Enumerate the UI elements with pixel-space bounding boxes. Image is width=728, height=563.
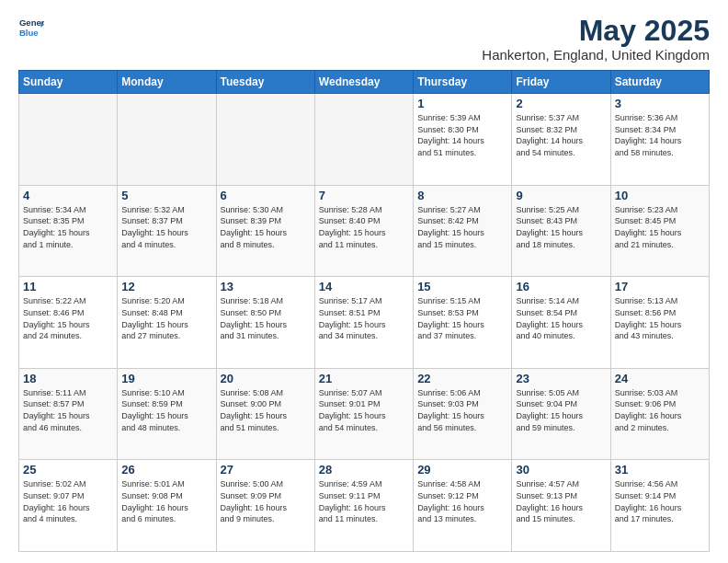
day-number: 10 [615, 189, 705, 202]
calendar-cell: 21Sunrise: 5:07 AM Sunset: 9:01 PM Dayli… [314, 368, 413, 460]
day-info: Sunrise: 5:07 AM Sunset: 9:01 PM Dayligh… [319, 387, 409, 433]
logo: General Blue [18, 15, 44, 40]
day-number: 23 [516, 372, 606, 385]
day-number: 6 [221, 189, 311, 202]
calendar-week-row: 25Sunrise: 5:02 AM Sunset: 9:07 PM Dayli… [19, 460, 710, 552]
day-info: Sunrise: 5:22 AM Sunset: 8:46 PM Dayligh… [23, 295, 113, 341]
day-info: Sunrise: 4:56 AM Sunset: 9:14 PM Dayligh… [615, 478, 705, 524]
title-section: May 2025 Hankerton, England, United King… [482, 15, 710, 63]
svg-text:General: General [19, 17, 44, 28]
logo-icon: General Blue [18, 15, 44, 40]
day-number: 3 [615, 97, 705, 110]
calendar-cell: 27Sunrise: 5:00 AM Sunset: 9:09 PM Dayli… [216, 460, 314, 552]
main-title: May 2025 [482, 15, 710, 47]
day-info: Sunrise: 4:57 AM Sunset: 9:13 PM Dayligh… [516, 478, 606, 524]
day-info: Sunrise: 5:13 AM Sunset: 8:56 PM Dayligh… [615, 295, 705, 341]
calendar-header-row: SundayMondayTuesdayWednesdayThursdayFrid… [19, 71, 710, 94]
calendar-header-tuesday: Tuesday [216, 71, 314, 94]
day-info: Sunrise: 5:28 AM Sunset: 8:40 PM Dayligh… [319, 204, 409, 250]
day-number: 29 [417, 463, 507, 477]
day-info: Sunrise: 5:39 AM Sunset: 8:30 PM Dayligh… [417, 112, 507, 158]
day-info: Sunrise: 4:58 AM Sunset: 9:12 PM Dayligh… [417, 478, 507, 524]
day-info: Sunrise: 5:30 AM Sunset: 8:39 PM Dayligh… [221, 204, 311, 250]
day-info: Sunrise: 5:36 AM Sunset: 8:34 PM Dayligh… [615, 112, 705, 158]
calendar-cell: 5Sunrise: 5:32 AM Sunset: 8:37 PM Daylig… [118, 185, 216, 277]
calendar-cell: 30Sunrise: 4:57 AM Sunset: 9:13 PM Dayli… [512, 460, 610, 552]
day-number: 7 [319, 189, 409, 202]
day-number: 21 [319, 372, 409, 385]
day-number: 30 [516, 463, 606, 477]
calendar-header-wednesday: Wednesday [314, 71, 413, 94]
calendar-cell: 11Sunrise: 5:22 AM Sunset: 8:46 PM Dayli… [19, 277, 118, 369]
day-info: Sunrise: 5:18 AM Sunset: 8:50 PM Dayligh… [221, 295, 311, 341]
calendar-cell: 25Sunrise: 5:02 AM Sunset: 9:07 PM Dayli… [19, 460, 118, 552]
calendar-header-thursday: Thursday [414, 71, 512, 94]
day-number: 22 [417, 372, 507, 385]
day-number: 17 [615, 280, 705, 293]
calendar-table: SundayMondayTuesdayWednesdayThursdayFrid… [18, 70, 710, 552]
day-number: 20 [221, 372, 311, 385]
calendar-cell: 20Sunrise: 5:08 AM Sunset: 9:00 PM Dayli… [216, 368, 314, 460]
day-number: 27 [221, 463, 311, 477]
calendar-cell [314, 94, 413, 186]
day-info: Sunrise: 5:20 AM Sunset: 8:48 PM Dayligh… [121, 295, 211, 341]
calendar-cell: 29Sunrise: 4:58 AM Sunset: 9:12 PM Dayli… [414, 460, 512, 552]
calendar-cell: 13Sunrise: 5:18 AM Sunset: 8:50 PM Dayli… [216, 277, 314, 369]
calendar-cell: 18Sunrise: 5:11 AM Sunset: 8:57 PM Dayli… [19, 368, 118, 460]
day-number: 18 [23, 372, 113, 385]
calendar-week-row: 4Sunrise: 5:34 AM Sunset: 8:35 PM Daylig… [19, 185, 710, 277]
calendar-header-sunday: Sunday [19, 71, 118, 94]
day-number: 14 [319, 280, 409, 293]
day-number: 1 [417, 97, 507, 110]
day-info: Sunrise: 5:15 AM Sunset: 8:53 PM Dayligh… [417, 295, 507, 341]
calendar-cell: 28Sunrise: 4:59 AM Sunset: 9:11 PM Dayli… [314, 460, 413, 552]
header: General Blue May 2025 Hankerton, England… [18, 15, 710, 63]
day-info: Sunrise: 5:17 AM Sunset: 8:51 PM Dayligh… [319, 295, 409, 341]
day-number: 5 [121, 189, 211, 202]
calendar-cell: 31Sunrise: 4:56 AM Sunset: 9:14 PM Dayli… [610, 460, 709, 552]
calendar-cell: 1Sunrise: 5:39 AM Sunset: 8:30 PM Daylig… [414, 94, 512, 186]
day-info: Sunrise: 5:08 AM Sunset: 9:00 PM Dayligh… [221, 387, 311, 433]
day-number: 15 [417, 280, 507, 293]
subtitle: Hankerton, England, United Kingdom [482, 47, 710, 63]
day-info: Sunrise: 5:14 AM Sunset: 8:54 PM Dayligh… [516, 295, 606, 341]
day-number: 31 [615, 463, 705, 477]
calendar-cell: 17Sunrise: 5:13 AM Sunset: 8:56 PM Dayli… [610, 277, 709, 369]
day-info: Sunrise: 5:25 AM Sunset: 8:43 PM Dayligh… [516, 204, 606, 250]
day-number: 13 [221, 280, 311, 293]
day-info: Sunrise: 5:37 AM Sunset: 8:32 PM Dayligh… [516, 112, 606, 158]
calendar-cell: 7Sunrise: 5:28 AM Sunset: 8:40 PM Daylig… [314, 185, 413, 277]
calendar-cell: 22Sunrise: 5:06 AM Sunset: 9:03 PM Dayli… [414, 368, 512, 460]
calendar-cell: 16Sunrise: 5:14 AM Sunset: 8:54 PM Dayli… [512, 277, 610, 369]
day-number: 11 [23, 280, 113, 293]
day-info: Sunrise: 4:59 AM Sunset: 9:11 PM Dayligh… [319, 478, 409, 524]
calendar-cell [216, 94, 314, 186]
day-info: Sunrise: 5:11 AM Sunset: 8:57 PM Dayligh… [23, 387, 113, 433]
calendar-week-row: 11Sunrise: 5:22 AM Sunset: 8:46 PM Dayli… [19, 277, 710, 369]
day-number: 2 [516, 97, 606, 110]
day-info: Sunrise: 5:02 AM Sunset: 9:07 PM Dayligh… [23, 478, 113, 524]
day-info: Sunrise: 5:32 AM Sunset: 8:37 PM Dayligh… [121, 204, 211, 250]
calendar-cell [19, 94, 118, 186]
day-info: Sunrise: 5:10 AM Sunset: 8:59 PM Dayligh… [121, 387, 211, 433]
calendar-week-row: 1Sunrise: 5:39 AM Sunset: 8:30 PM Daylig… [19, 94, 710, 186]
day-number: 9 [516, 189, 606, 202]
day-number: 25 [23, 463, 113, 477]
calendar-cell: 3Sunrise: 5:36 AM Sunset: 8:34 PM Daylig… [610, 94, 709, 186]
calendar-cell: 6Sunrise: 5:30 AM Sunset: 8:39 PM Daylig… [216, 185, 314, 277]
calendar-week-row: 18Sunrise: 5:11 AM Sunset: 8:57 PM Dayli… [19, 368, 710, 460]
calendar-header-friday: Friday [512, 71, 610, 94]
calendar-cell: 4Sunrise: 5:34 AM Sunset: 8:35 PM Daylig… [19, 185, 118, 277]
calendar-cell: 15Sunrise: 5:15 AM Sunset: 8:53 PM Dayli… [414, 277, 512, 369]
day-number: 19 [121, 372, 211, 385]
calendar-cell: 9Sunrise: 5:25 AM Sunset: 8:43 PM Daylig… [512, 185, 610, 277]
svg-text:Blue: Blue [19, 28, 39, 38]
calendar-cell: 26Sunrise: 5:01 AM Sunset: 9:08 PM Dayli… [118, 460, 216, 552]
day-number: 8 [417, 189, 507, 202]
calendar-cell: 10Sunrise: 5:23 AM Sunset: 8:45 PM Dayli… [610, 185, 709, 277]
day-number: 28 [319, 463, 409, 477]
calendar-cell: 8Sunrise: 5:27 AM Sunset: 8:42 PM Daylig… [414, 185, 512, 277]
day-info: Sunrise: 5:27 AM Sunset: 8:42 PM Dayligh… [417, 204, 507, 250]
calendar-cell: 2Sunrise: 5:37 AM Sunset: 8:32 PM Daylig… [512, 94, 610, 186]
day-info: Sunrise: 5:06 AM Sunset: 9:03 PM Dayligh… [417, 387, 507, 433]
